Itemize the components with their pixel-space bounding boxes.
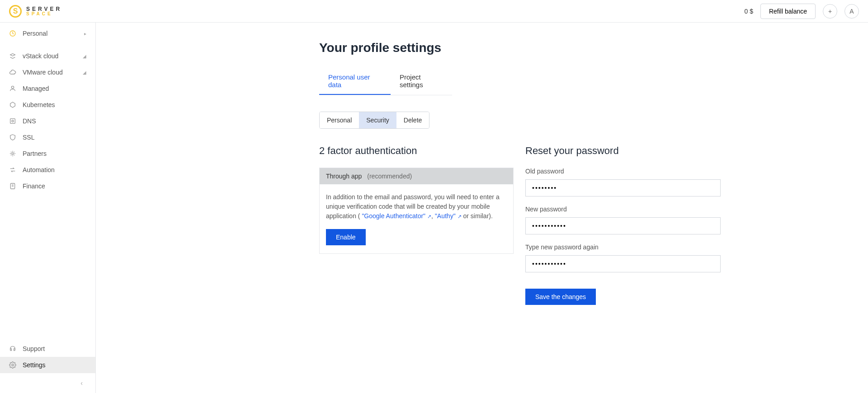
logo-icon: S [9,5,22,18]
twofa-comma: , [431,212,435,220]
sidebar-item-dns[interactable]: DNS [0,113,95,129]
sidebar-item-label: Support [23,345,45,352]
sidebar-item-finance[interactable]: Finance [0,178,95,194]
plus-icon: + [828,8,832,15]
twofa-header-main: Through app [326,173,362,180]
old-password-label: Old password [525,168,721,175]
support-icon [9,345,16,352]
logo[interactable]: S SERVER SPACE [9,5,62,18]
sidebar-item-label: Automation [23,166,55,173]
twofa-card-header: Through app (recommended) [320,168,513,184]
dns-icon [9,117,16,125]
sidebar-item-partners[interactable]: Partners [0,145,95,162]
twofa-card-body: In addition to the email and password, y… [320,184,513,229]
sidebar-collapse-button[interactable]: ‹ [0,373,95,393]
sidebar-item-label: Finance [23,182,45,190]
header: S SERVER SPACE 0 $ Refill balance + A [0,0,868,23]
sidebar-item-label: Partners [23,150,47,157]
confirm-password-input[interactable] [525,255,721,272]
sidebar-item-managed[interactable]: Managed [0,80,95,97]
avatar-letter: A [849,8,854,15]
sidebar-item-vstack[interactable]: vStack cloud ◢ [0,48,95,64]
automation-icon [9,166,16,173]
logo-text-bottom: SPACE [26,12,62,16]
sidebar-item-kubernetes[interactable]: Kubernetes [0,97,95,113]
svg-point-4 [12,120,14,122]
twofa-body-post: or similar). [462,212,493,220]
kubernetes-icon [9,101,16,108]
sidebar-item-label: DNS [23,117,36,125]
subtab-security[interactable]: Security [359,112,396,128]
finance-icon [9,182,16,190]
chevron-icon: ◢ [83,54,86,59]
svg-marker-2 [10,102,15,108]
confirm-password-label: Type new password again [525,243,721,251]
subtab-delete[interactable]: Delete [396,112,429,128]
new-password-label: New password [525,206,721,213]
tab-project-settings[interactable]: Project settings [391,68,452,95]
old-password-input[interactable] [525,179,721,196]
shield-icon [9,134,16,141]
link-google-authenticator[interactable]: "Google Authenticator" [362,212,431,220]
sidebar-item-label: vStack cloud [23,52,58,60]
reset-password-section: Reset your password Old password New pas… [525,145,721,305]
new-password-input[interactable] [525,217,721,234]
sidebar-item-automation[interactable]: Automation [0,162,95,178]
reset-password-title: Reset your password [525,145,721,157]
sidebar-item-label: VMware cloud [23,69,63,76]
add-button[interactable]: + [823,4,837,19]
avatar-button[interactable]: A [844,4,859,19]
cloud-icon [9,69,16,76]
chevron-left-icon: ‹ [80,379,83,387]
sidebar-item-label: Managed [23,85,49,92]
sidebar-item-settings[interactable]: Settings [0,357,95,373]
sidebar-item-vmware[interactable]: VMware cloud ◢ [0,64,95,80]
settings-icon [9,361,16,369]
link-authy[interactable]: "Authy" [435,212,462,220]
sidebar-item-personal[interactable]: Personal ▸ [0,25,95,42]
main-content: Your profile settings Personal user data… [96,23,868,393]
sidebar-item-label: Personal [23,30,47,37]
logo-text-top: SERVER [26,6,62,12]
sidebar: Personal ▸ vStack cloud ◢ VMware cloud ◢ [0,23,96,393]
twofa-header-rec: (recommended) [367,173,412,180]
subtab-personal[interactable]: Personal [320,112,359,128]
svg-point-5 [12,153,14,154]
sidebar-item-label: Settings [23,361,46,369]
svg-point-1 [11,86,14,89]
chevron-icon: ◢ [83,70,86,75]
partners-icon [9,150,16,157]
twofa-card: Through app (recommended) In addition to… [319,168,514,254]
stack-icon [9,52,16,60]
chevron-right-icon: ▸ [84,31,86,36]
header-right: 0 $ Refill balance + A [744,4,859,19]
twofa-section: 2 factor authentication Through app (rec… [319,145,514,305]
tabs: Personal user data Project settings [319,68,452,95]
svg-point-7 [12,364,14,366]
refill-balance-button[interactable]: Refill balance [760,4,816,19]
sidebar-item-label: Kubernetes [23,101,55,108]
enable-2fa-button[interactable]: Enable [326,229,366,245]
svg-rect-3 [10,119,15,124]
balance-amount: 0 $ [744,8,753,15]
save-changes-button[interactable]: Save the changes [525,289,596,305]
user-icon [9,85,16,92]
page-title: Your profile settings [319,41,731,55]
sidebar-item-label: SSL [23,134,34,141]
logo-text: SERVER SPACE [26,6,62,16]
sidebar-item-support[interactable]: Support [0,341,95,357]
tab-personal-user-data[interactable]: Personal user data [319,68,391,95]
sidebar-item-ssl[interactable]: SSL [0,129,95,145]
subtabs: Personal Security Delete [319,112,429,129]
twofa-title: 2 factor authentication [319,145,514,157]
personal-icon [9,30,16,37]
